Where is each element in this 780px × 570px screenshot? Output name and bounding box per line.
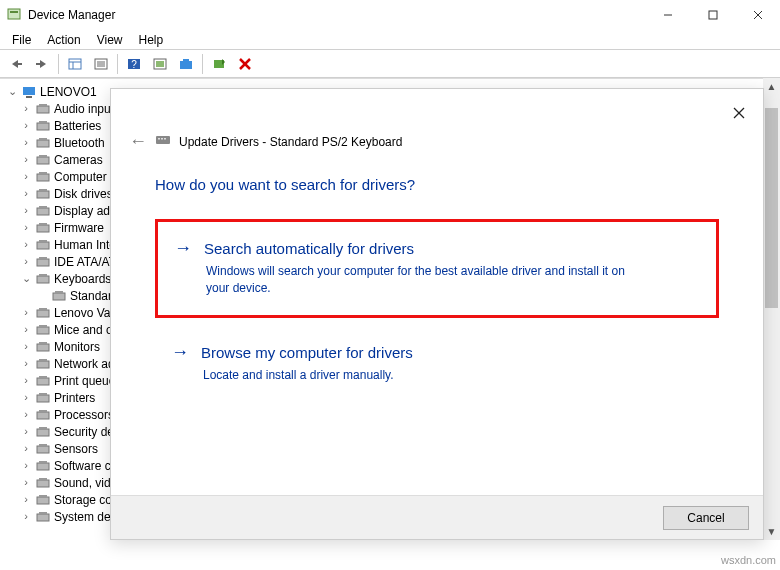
option-search-automatically[interactable]: → Search automatically for drivers Windo… [155, 219, 719, 318]
option-browse-computer[interactable]: → Browse my computer for drivers Locate … [155, 326, 719, 402]
svg-rect-64 [37, 429, 49, 436]
svg-rect-75 [39, 512, 47, 514]
svg-rect-50 [37, 310, 49, 317]
svg-rect-43 [39, 240, 47, 242]
svg-rect-46 [37, 276, 49, 283]
scroll-down-arrow[interactable]: ▼ [763, 523, 780, 540]
svg-rect-28 [37, 123, 49, 130]
svg-rect-67 [39, 444, 47, 446]
menu-view[interactable]: View [89, 33, 131, 47]
dialog-breadcrumb: Update Drivers - Standard PS/2 Keyboard [179, 135, 402, 149]
menubar: File Action View Help [0, 30, 780, 50]
option-description: Windows will search your computer for th… [174, 259, 634, 297]
svg-rect-78 [156, 136, 170, 144]
svg-rect-53 [39, 325, 47, 327]
close-button[interactable] [735, 0, 780, 30]
svg-rect-31 [39, 138, 47, 140]
option-title: Search automatically for drivers [204, 240, 414, 257]
svg-rect-0 [8, 9, 20, 19]
svg-rect-47 [39, 274, 47, 276]
uninstall-button[interactable] [233, 52, 257, 76]
help-button[interactable]: ? [122, 52, 146, 76]
dialog-back-arrow[interactable]: ← [129, 131, 147, 152]
svg-rect-59 [39, 376, 47, 378]
back-button[interactable] [4, 52, 28, 76]
maximize-button[interactable] [690, 0, 735, 30]
svg-rect-80 [161, 138, 163, 140]
scrollbar[interactable]: ▲ ▼ [763, 78, 780, 540]
show-hidden-button[interactable] [63, 52, 87, 76]
menu-file[interactable]: File [4, 33, 39, 47]
svg-rect-1 [10, 11, 18, 13]
menu-action[interactable]: Action [39, 33, 88, 47]
svg-rect-55 [39, 342, 47, 344]
svg-rect-35 [39, 172, 47, 174]
properties-button[interactable] [89, 52, 113, 76]
svg-rect-66 [37, 446, 49, 453]
svg-rect-32 [37, 157, 49, 164]
svg-rect-44 [37, 259, 49, 266]
option-title: Browse my computer for drivers [201, 344, 413, 361]
toolbar: ? [0, 50, 780, 78]
svg-rect-27 [39, 104, 47, 106]
svg-rect-79 [158, 138, 160, 140]
svg-rect-72 [37, 497, 49, 504]
svg-rect-73 [39, 495, 47, 497]
svg-rect-71 [39, 478, 47, 480]
svg-rect-42 [37, 242, 49, 249]
svg-rect-38 [37, 208, 49, 215]
svg-rect-3 [709, 11, 717, 19]
svg-rect-37 [39, 189, 47, 191]
svg-rect-62 [37, 412, 49, 419]
toolbar-separator [117, 54, 118, 74]
minimize-button[interactable] [645, 0, 690, 30]
svg-rect-74 [37, 514, 49, 521]
svg-rect-26 [37, 106, 49, 113]
dialog-header: ← Update Drivers - Standard PS/2 Keyboar… [111, 89, 763, 152]
arrow-right-icon: → [174, 238, 192, 259]
svg-rect-57 [39, 359, 47, 361]
menu-help[interactable]: Help [131, 33, 172, 47]
enable-button[interactable] [207, 52, 231, 76]
svg-rect-8 [69, 59, 81, 69]
cancel-button[interactable]: Cancel [663, 506, 749, 530]
toolbar-separator [202, 54, 203, 74]
svg-rect-34 [37, 174, 49, 181]
svg-rect-52 [37, 327, 49, 334]
svg-rect-68 [37, 463, 49, 470]
svg-rect-61 [39, 393, 47, 395]
svg-rect-39 [39, 206, 47, 208]
app-icon [6, 7, 22, 23]
watermark: wsxdn.com [721, 554, 776, 566]
svg-rect-20 [183, 59, 189, 61]
svg-text:?: ? [131, 59, 137, 70]
forward-button[interactable] [30, 52, 54, 76]
svg-rect-51 [39, 308, 47, 310]
svg-rect-48 [53, 293, 65, 300]
scan-button[interactable] [148, 52, 172, 76]
svg-rect-36 [37, 191, 49, 198]
svg-rect-65 [39, 427, 47, 429]
dialog-question: How do you want to search for drivers? [111, 152, 763, 211]
option-description: Locate and install a driver manually. [171, 363, 631, 384]
window-title: Device Manager [28, 8, 645, 22]
svg-rect-70 [37, 480, 49, 487]
svg-rect-41 [39, 223, 47, 225]
dialog-close-button[interactable] [725, 99, 753, 127]
svg-rect-6 [18, 63, 22, 65]
svg-rect-63 [39, 410, 47, 412]
svg-rect-69 [39, 461, 47, 463]
update-driver-button[interactable] [174, 52, 198, 76]
svg-rect-60 [37, 395, 49, 402]
svg-rect-30 [37, 140, 49, 147]
svg-rect-18 [156, 61, 164, 67]
scroll-thumb[interactable] [765, 108, 778, 308]
dialog-footer: Cancel [111, 495, 763, 539]
arrow-right-icon: → [171, 342, 189, 363]
svg-rect-40 [37, 225, 49, 232]
svg-rect-29 [39, 121, 47, 123]
svg-rect-33 [39, 155, 47, 157]
scroll-up-arrow[interactable]: ▲ [763, 78, 780, 95]
keyboard-icon [155, 134, 171, 149]
svg-rect-54 [37, 344, 49, 351]
